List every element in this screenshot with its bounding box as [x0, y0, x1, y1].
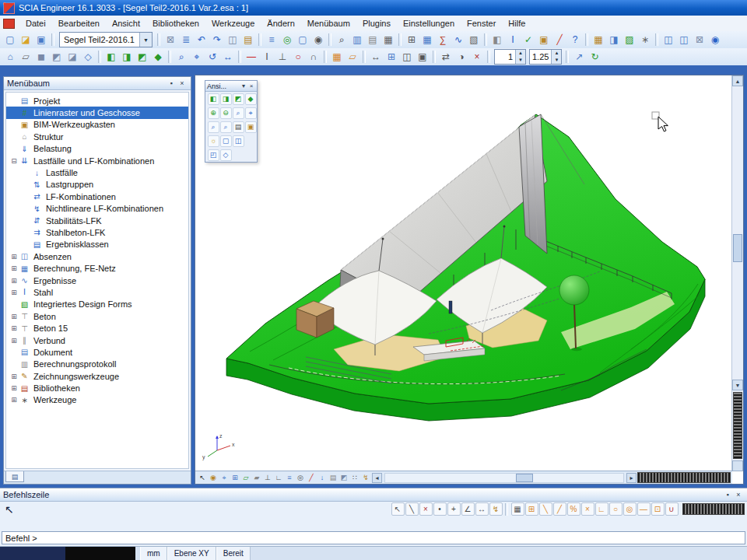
open-folder-icon[interactable]: ◪	[18, 32, 33, 47]
snap-endpoint-icon[interactable]: ╲	[539, 502, 552, 516]
tracking-tool-icon[interactable]: ↯	[489, 502, 503, 516]
tree-item-beton[interactable]: ⊞⊤Beton	[6, 310, 188, 322]
expand-plus-icon[interactable]: ⊞	[9, 289, 19, 296]
expand-plus-icon[interactable]: ⊞	[9, 253, 19, 261]
pin-icon[interactable]: ▪	[166, 79, 177, 87]
view-toolbar-header[interactable]: Ansi... ▾ ×	[205, 81, 257, 92]
save-icon[interactable]: ▣	[33, 32, 49, 47]
tree-item-werkzeuge[interactable]: ⊞∗Werkzeuge	[6, 394, 188, 406]
document-icon[interactable]: ▤	[365, 32, 381, 47]
snap-line-icon[interactable]: —	[637, 502, 651, 516]
pin-icon[interactable]: ▪	[722, 491, 733, 499]
loads-display-icon[interactable]: ↓	[317, 472, 328, 484]
working-plane-indicator[interactable]: Ebene XY	[167, 547, 216, 560]
expand-plus-icon[interactable]: ⊞	[9, 373, 19, 380]
menu-men-baum[interactable]: Menübaum	[301, 16, 356, 31]
tree-item-berechnung-fe-netz[interactable]: ⊞▦Berechnung, FE-Netz	[6, 262, 188, 274]
tree-item-lastf-lle-und-lf-kombinationen[interactable]: ⊟⇊Lastfälle und LF-Kombinationen	[6, 155, 188, 166]
dropdown-arrow-icon[interactable]: ▼	[139, 33, 152, 47]
tree-item-nichtlineare-lf-kombinationen[interactable]: ↯Nichtlineare LF-Kombinationen	[6, 203, 188, 215]
tree-item-lf-kombinationen[interactable]: ⇄LF-Kombinationen	[6, 191, 188, 202]
tree-item-dokument[interactable]: ▤Dokument	[6, 346, 188, 358]
scroll-down-icon[interactable]: ▼	[732, 380, 743, 390]
snap-intersection-icon[interactable]: ×	[581, 502, 594, 516]
members-icon[interactable]: ╱	[552, 32, 567, 47]
tree-sphere[interactable]	[559, 275, 589, 305]
vertical-scrollbar[interactable]: ▲ ▼	[731, 75, 743, 471]
tree-item-verbund[interactable]: ⊞∥Verbund	[6, 334, 188, 346]
activities-icon[interactable]: ◎	[279, 32, 295, 47]
tree-item-bibliotheken[interactable]: ⊞▤Bibliotheken	[6, 382, 188, 394]
scroll-thumb[interactable]	[516, 474, 533, 482]
zoom-all-icon[interactable]: ⌕	[334, 32, 349, 47]
snap-point-icon[interactable]: ⊡	[651, 502, 665, 516]
visibility-icon[interactable]: ◎	[295, 472, 306, 484]
tree-item-linienraster-und-geschosse[interactable]: #Linienraster und Geschosse	[6, 107, 188, 118]
zoom-out-icon[interactable]: ⊖	[220, 107, 232, 119]
snap-midpoint-icon[interactable]: ╱	[553, 502, 566, 516]
3d-scene[interactable]: z x y	[195, 75, 732, 473]
menu-ansicht[interactable]: Ansicht	[106, 16, 146, 31]
rendered-icon[interactable]: ◼	[33, 49, 49, 65]
delete-icon[interactable]: ×	[469, 49, 485, 65]
scale-up-icon[interactable]: ↗	[571, 49, 587, 65]
view-direction-x-icon[interactable]: ◧	[208, 93, 219, 105]
members-filter-icon[interactable]: ╱	[306, 472, 317, 484]
zoom-window-icon[interactable]: ⌕	[174, 49, 189, 65]
angle-tool-icon[interactable]: ∠	[461, 502, 475, 516]
dimension-lines-icon[interactable]: ↔	[368, 49, 384, 65]
save-picture-icon[interactable]: ▣	[245, 121, 257, 133]
settings-icon[interactable]: ∗	[637, 32, 653, 47]
spin-down-icon[interactable]: ▼	[552, 57, 561, 64]
snap-percentage-icon[interactable]: %	[567, 502, 580, 516]
toolbar-collapse-icon[interactable]: ▾	[240, 82, 247, 89]
snap-arc-center-icon[interactable]: ◎	[623, 502, 637, 516]
redo-icon[interactable]: ↷	[209, 32, 225, 47]
undo-icon[interactable]: ↶	[194, 32, 209, 47]
tree-item-berechnungsprotokoll[interactable]: ▥Berechnungsprotokoll	[6, 359, 188, 370]
project-settings-icon[interactable]: ≣	[178, 32, 194, 47]
tree-item-stabilit-ts-lfk[interactable]: ⇵Stabilitäts-LFK	[6, 215, 188, 226]
selection-mode-icon[interactable]: ↖	[197, 472, 208, 484]
tree-item-lastgruppen[interactable]: ⇅Lastgruppen	[6, 179, 188, 191]
labels-display-icon[interactable]: ▤	[328, 472, 338, 484]
print-icon[interactable]: ▦	[381, 32, 396, 47]
scroll-right-icon[interactable]: ▸	[626, 473, 637, 483]
view-settings-icon[interactable]: ◰	[208, 149, 219, 161]
picture-gallery-icon[interactable]: ▥	[349, 32, 365, 47]
new-beam-icon[interactable]: Ⅰ	[259, 49, 275, 65]
cross-tool-icon[interactable]: +	[447, 502, 461, 516]
clipping-box-icon[interactable]: ▢	[220, 135, 232, 147]
measure-tool-icon[interactable]: ↔	[475, 502, 489, 516]
font-scale-stepper[interactable]: 1.25 ▲▼	[529, 49, 562, 65]
expand-plus-icon[interactable]: ⊞	[9, 313, 19, 320]
project-selector[interactable]: Segel Teil2-2016.1 ▼	[59, 32, 153, 47]
engineering-report-icon[interactable]: ▧	[466, 32, 482, 47]
scroll-track[interactable]	[732, 86, 743, 380]
tree-item-absenzen[interactable]: ⊞◫Absenzen	[6, 250, 188, 262]
new-arc-icon[interactable]: ∩	[306, 49, 321, 65]
ortho-icon[interactable]: ∟	[273, 472, 284, 484]
dot-grid-icon[interactable]: ∷	[349, 472, 360, 484]
menu-einstellungen[interactable]: Einstellungen	[397, 16, 461, 31]
new-document-icon[interactable]: ▢	[2, 32, 18, 47]
zoom-selection-icon[interactable]: ⌕	[208, 121, 219, 133]
check-icon[interactable]: ✓	[521, 32, 536, 47]
steel-setup-icon[interactable]: Ⅰ	[505, 32, 521, 47]
new-line-icon[interactable]: —	[244, 49, 259, 65]
view-x-icon[interactable]: ◧	[103, 49, 119, 65]
tree-item-ergebnisse[interactable]: ⊞∿Ergebnisse	[6, 275, 188, 286]
image-export-icon[interactable]: ▨	[622, 32, 637, 47]
menu-fenster[interactable]: Fenster	[461, 16, 502, 31]
view-copy-icon[interactable]: ◫	[233, 135, 244, 147]
view-parameters-icon[interactable]: ◉	[310, 32, 326, 47]
perspective-icon[interactable]: ◇	[80, 49, 96, 65]
copy-icon[interactable]: ◫	[225, 32, 240, 47]
spin-up-icon[interactable]: ▲	[516, 50, 525, 57]
menu-datei[interactable]: Datei	[19, 16, 52, 31]
snap-settings-icon[interactable]: ▦	[511, 502, 524, 516]
view-direction-y-icon[interactable]: ◨	[220, 93, 232, 105]
tree-item-projekt[interactable]: ▤Projekt	[6, 95, 188, 107]
tree-item-stahl[interactable]: ⊞ⅠStahl	[6, 286, 188, 298]
menu-bibliotheken[interactable]: Bibliotheken	[146, 16, 205, 31]
